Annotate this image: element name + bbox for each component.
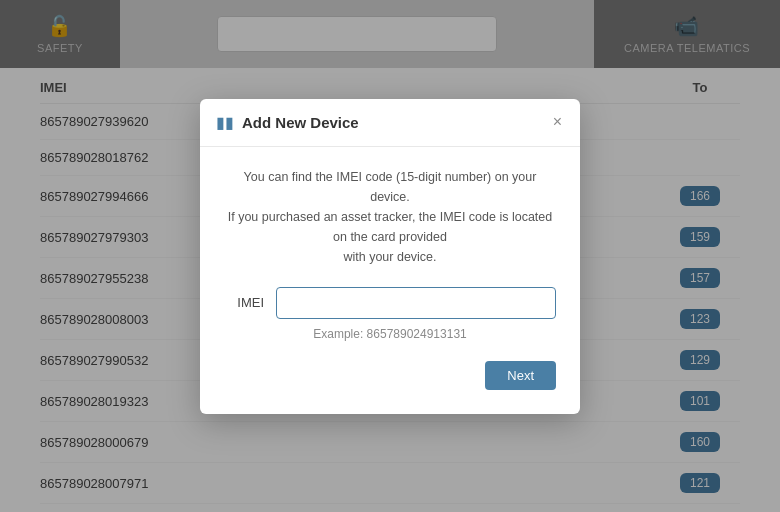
modal-header-icon: ▮▮ [216,113,234,132]
imei-input[interactable] [276,287,556,319]
modal-header: ▮▮ Add New Device × [200,99,580,147]
modal-desc-line3: with your device. [343,250,436,264]
modal-title: Add New Device [242,114,543,131]
modal-desc-line1: You can find the IMEI code (15-digit num… [244,170,537,204]
imei-form-row: IMEI [224,287,556,319]
modal-desc-line2: If you purchased an asset tracker, the I… [228,210,552,244]
imei-example: Example: 865789024913131 [224,327,556,341]
modal-description: You can find the IMEI code (15-digit num… [224,167,556,267]
add-device-modal: ▮▮ Add New Device × You can find the IME… [200,99,580,414]
modal-body: You can find the IMEI code (15-digit num… [200,147,580,414]
next-button[interactable]: Next [485,361,556,390]
modal-footer: Next [224,361,556,390]
imei-label: IMEI [224,295,264,310]
modal-overlay: ▮▮ Add New Device × You can find the IME… [0,0,780,512]
modal-close-button[interactable]: × [551,114,564,130]
